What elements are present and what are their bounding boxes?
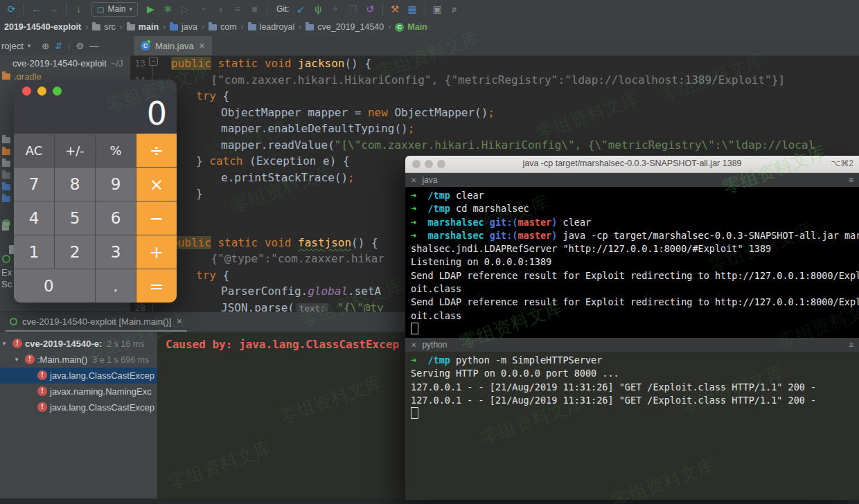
calc-button-9[interactable]: 9 [96, 168, 136, 201]
calculator-window[interactable]: 0 AC+/-%÷789×456−123+0.= [14, 80, 177, 303]
debug-icon[interactable]: ✱ [159, 0, 177, 18]
calc-button-%[interactable]: % [96, 134, 136, 167]
close-icon[interactable]: ✕ [411, 341, 416, 349]
code-token: } [196, 154, 209, 168]
calc-button-=[interactable]: = [136, 269, 177, 303]
device-manager-icon[interactable]: ▦ [404, 0, 421, 18]
breadcrumb-item-Main[interactable]: CMain [393, 22, 428, 32]
code-token: JSON.parse( [221, 301, 294, 312]
stop-icon[interactable]: ■ [246, 0, 263, 18]
run-tree-row[interactable]: !javax.naming.NamingExc [0, 384, 157, 399]
tab-run-main[interactable]: cve-2019-14540-exploit [Main.main()] ✕ [6, 312, 187, 332]
toolbar-separator [382, 3, 383, 15]
code-token [291, 236, 298, 249]
calc-button-5[interactable]: 5 [55, 201, 95, 235]
code-token: ; [408, 122, 415, 135]
calc-button-6[interactable]: 6 [96, 201, 136, 235]
collapse-all-icon[interactable]: ⇵ [55, 41, 62, 51]
calc-button-1[interactable]: 1 [14, 235, 54, 269]
git-update-icon[interactable]: ↙ [292, 0, 310, 18]
calc-button-.[interactable]: . [96, 269, 136, 303]
git-commit-icon[interactable]: ψ [310, 0, 327, 18]
breadcrumb-item-leadroyal[interactable]: leadroyal [247, 22, 296, 32]
code-line: try { [196, 88, 859, 105]
close-icon[interactable]: ✕ [199, 42, 205, 51]
back-icon[interactable]: ← [28, 0, 45, 18]
code-token: fastjson [298, 236, 351, 249]
menu-icon[interactable]: ≡ [849, 340, 853, 350]
code-token: ; [488, 106, 495, 119]
terminal-pane-java[interactable]: ➜ /tmp clear➜ /tmp cd marshalsec➜ marsha… [405, 187, 859, 338]
project-panel-title[interactable]: roject [1, 41, 24, 51]
profiler-icon[interactable]: ◔ [194, 0, 211, 18]
calc-button-0[interactable]: 0 [14, 269, 95, 303]
profiler-snapshot-icon[interactable]: ◑ [211, 0, 229, 18]
breadcrumb-item-main[interactable]: main [125, 22, 160, 32]
calc-button-7[interactable]: 7 [14, 168, 54, 201]
breadcrumb-item-cve_2019_14540[interactable]: cve_2019_14540 [304, 22, 385, 32]
code-token [211, 57, 218, 70]
annotate-icon[interactable]: ↓ [70, 0, 87, 18]
git-rollback-icon[interactable]: ↺ [362, 0, 379, 18]
search-icon[interactable]: ⌕ [446, 0, 463, 18]
calc-button-−[interactable]: − [136, 201, 177, 235]
calc-button-2[interactable]: 2 [55, 235, 95, 269]
run-coverage-icon[interactable]: ▷ [177, 0, 194, 18]
terminal-shortcut: ⌥⌘2 [831, 159, 853, 168]
git-push-icon[interactable]: ✦ [327, 0, 344, 18]
close-icon[interactable]: ✕ [411, 177, 416, 184]
run-tree-row[interactable]: ▼!:Main.main()3 e 1 s 696 ms [0, 352, 157, 368]
run-tree-row[interactable]: !java.lang.ClassCastExcep [0, 368, 157, 384]
settings-icon[interactable]: ⚙ [76, 41, 85, 51]
chevron-down-icon[interactable]: ▾ [28, 42, 31, 49]
breadcrumb-item-src[interactable]: src [91, 22, 117, 32]
close-icon[interactable]: ✕ [176, 317, 182, 326]
terminal-tab-python[interactable]: ✕ python ≡ [405, 338, 859, 352]
run-tree-row[interactable]: ▼!cve-2019-14540-e:2 s 16 ms [0, 336, 157, 352]
ide-window: ⟳←→↓▢Main▾▶✱▷◔◑≡■Git:↙ψ✦❐↺⚒▦▣⌕ 2019-1454… [0, 0, 859, 504]
terminal-cursor [411, 407, 418, 419]
calc-button-4[interactable]: 4 [14, 201, 54, 235]
run-tree-row[interactable]: !java.lang.ClassCastExcep [0, 399, 157, 415]
git-compare-icon[interactable]: ❐ [344, 0, 362, 18]
run-dashboard-icon[interactable]: ≡ [229, 0, 246, 18]
tree-item-scratches[interactable]: Sc [1, 279, 12, 289]
tab-main-java[interactable]: C Main.java ✕ [134, 36, 212, 55]
close-button[interactable] [22, 87, 31, 96]
folder-icon [127, 24, 135, 30]
calc-button-+/-[interactable]: +/- [55, 134, 95, 167]
calc-button-3[interactable]: 3 [96, 235, 136, 269]
minimize-button[interactable] [37, 87, 46, 96]
calc-button-AC[interactable]: AC [14, 134, 54, 167]
folder-icon [2, 172, 10, 179]
terminal-tab-java[interactable]: ✕ java ≡ [405, 173, 859, 187]
terminal-pane-python[interactable]: ➜ /tmp python -m SimpleHTTPServerServing… [405, 352, 859, 500]
code-token: { [216, 89, 229, 102]
calc-button-÷[interactable]: ÷ [136, 134, 177, 167]
calc-button-+[interactable]: + [136, 235, 177, 269]
calc-button-×[interactable]: × [136, 168, 177, 201]
hide-panel-icon[interactable]: — [89, 41, 98, 51]
run-error-tree[interactable]: ▼!cve-2019-14540-e:2 s 16 ms▼!:Main.main… [0, 332, 157, 504]
run-config-selector[interactable]: ▢Main▾ [91, 2, 138, 17]
expand-arrow-icon[interactable]: ▼ [1, 336, 7, 352]
terminal-text: oit.class [411, 283, 461, 294]
project-root-row[interactable]: cve-2019-14540-exploit~/J [0, 55, 130, 69]
run-icon[interactable]: ▶ [142, 0, 159, 18]
locate-icon[interactable]: ⊕ [42, 41, 49, 51]
expand-arrow-icon[interactable]: ▼ [14, 352, 19, 368]
sync-icon[interactable]: ⟳ [3, 0, 20, 18]
terminal-line: Send LDAP reference result for Exploit r… [411, 269, 859, 282]
breadcrumb-item-2019-14540-exploit[interactable]: 2019-14540-exploit [3, 22, 82, 32]
run-window-icon[interactable]: ▣ [429, 0, 446, 18]
toolbox-icon[interactable]: ⚒ [387, 0, 404, 18]
zoom-button[interactable] [53, 87, 62, 96]
terminal-title-bar[interactable]: java -cp target/marshalsec-0.0.3-SNAPSHO… [405, 156, 859, 173]
menu-icon[interactable]: ≡ [849, 175, 853, 185]
breadcrumb-item-java[interactable]: java [168, 22, 199, 32]
breadcrumb-item-com[interactable]: com [207, 22, 238, 32]
terminal-text: ➜ [411, 230, 416, 241]
tree-item-external-libraries[interactable]: Ex [1, 267, 12, 278]
forward-icon[interactable]: → [45, 0, 62, 18]
calc-button-8[interactable]: 8 [55, 168, 95, 201]
